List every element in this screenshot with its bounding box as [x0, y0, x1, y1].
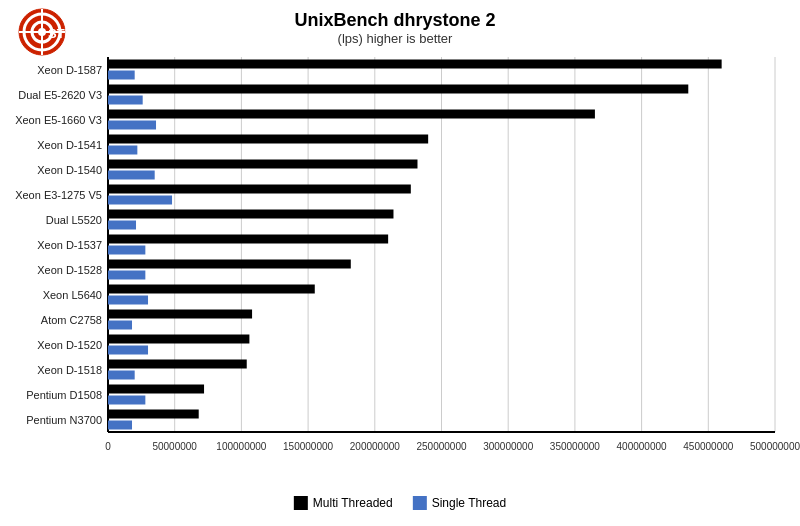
svg-text:Atom C2758: Atom C2758	[41, 314, 102, 326]
svg-rect-31	[108, 60, 722, 69]
svg-rect-44	[108, 171, 155, 180]
svg-rect-55	[108, 260, 351, 269]
svg-text:Xeon D-1587: Xeon D-1587	[37, 64, 102, 76]
chart-container: STH UnixBench dhrystone 2 (lps) higher i…	[0, 0, 800, 526]
svg-text:250000000: 250000000	[416, 441, 466, 452]
legend-multi-box	[294, 496, 308, 510]
svg-rect-70	[108, 385, 204, 394]
chart-legend: Multi Threaded Single Thread	[294, 496, 506, 510]
svg-text:200000000: 200000000	[350, 441, 400, 452]
svg-rect-53	[108, 246, 145, 255]
svg-rect-50	[108, 221, 136, 230]
svg-text:Xeon E3-1275 V5: Xeon E3-1275 V5	[15, 189, 102, 201]
svg-text:350000000: 350000000	[550, 441, 600, 452]
chart-header: UnixBench dhrystone 2 (lps) higher is be…	[10, 10, 780, 46]
svg-text:Xeon D-1537: Xeon D-1537	[37, 239, 102, 251]
svg-text:Xeon L5640: Xeon L5640	[43, 289, 102, 301]
svg-text:300000000: 300000000	[483, 441, 533, 452]
svg-text:450000000: 450000000	[683, 441, 733, 452]
svg-rect-37	[108, 110, 595, 119]
svg-text:Pentium D1508: Pentium D1508	[26, 389, 102, 401]
svg-rect-35	[108, 96, 143, 105]
svg-rect-32	[108, 71, 135, 80]
svg-rect-61	[108, 310, 252, 319]
logo: STH	[18, 8, 66, 56]
svg-text:Pentium N3700: Pentium N3700	[26, 414, 102, 426]
chart-subtitle: (lps) higher is better	[10, 31, 780, 46]
svg-rect-46	[108, 185, 411, 194]
svg-rect-43	[108, 160, 417, 169]
svg-rect-59	[108, 296, 148, 305]
svg-rect-62	[108, 321, 132, 330]
svg-text:50000000: 50000000	[152, 441, 197, 452]
svg-text:Dual E5-2620 V3: Dual E5-2620 V3	[18, 89, 102, 101]
svg-rect-34	[108, 85, 688, 94]
svg-text:150000000: 150000000	[283, 441, 333, 452]
svg-rect-38	[108, 121, 156, 130]
legend-multi: Multi Threaded	[294, 496, 393, 510]
svg-text:0: 0	[105, 441, 111, 452]
svg-text:Dual L5520: Dual L5520	[46, 214, 102, 226]
svg-rect-47	[108, 196, 172, 205]
svg-rect-65	[108, 346, 148, 355]
legend-multi-label: Multi Threaded	[313, 496, 393, 510]
svg-text:100000000: 100000000	[216, 441, 266, 452]
svg-rect-67	[108, 360, 247, 369]
svg-text:Xeon E5-1660 V3: Xeon E5-1660 V3	[15, 114, 102, 126]
svg-rect-71	[108, 396, 145, 405]
svg-text:400000000: 400000000	[617, 441, 667, 452]
svg-rect-74	[108, 421, 132, 430]
svg-text:STH: STH	[48, 26, 66, 41]
svg-rect-49	[108, 210, 393, 219]
legend-single: Single Thread	[413, 496, 507, 510]
chart-title: UnixBench dhrystone 2	[10, 10, 780, 31]
svg-rect-56	[108, 271, 145, 280]
svg-rect-52	[108, 235, 388, 244]
svg-rect-68	[108, 371, 135, 380]
svg-text:Xeon D-1520: Xeon D-1520	[37, 339, 102, 351]
svg-text:Xeon D-1540: Xeon D-1540	[37, 164, 102, 176]
svg-rect-73	[108, 410, 199, 419]
svg-text:Xeon D-1528: Xeon D-1528	[37, 264, 102, 276]
svg-text:Xeon D-1518: Xeon D-1518	[37, 364, 102, 376]
svg-rect-64	[108, 335, 249, 344]
svg-rect-40	[108, 135, 428, 144]
svg-rect-41	[108, 146, 137, 155]
legend-single-label: Single Thread	[432, 496, 507, 510]
svg-text:500000000: 500000000	[750, 441, 800, 452]
chart-svg: 0500000001000000001500000002000000002500…	[0, 52, 800, 482]
legend-single-box	[413, 496, 427, 510]
svg-text:Xeon D-1541: Xeon D-1541	[37, 139, 102, 151]
svg-rect-58	[108, 285, 315, 294]
